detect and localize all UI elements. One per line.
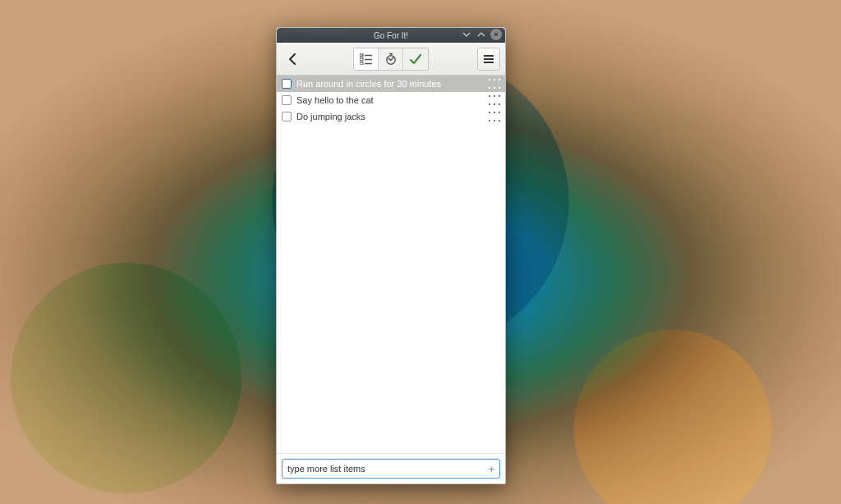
menu-button[interactable] [477, 48, 500, 71]
task-checkbox[interactable] [282, 79, 292, 89]
titlebar[interactable]: Go For It! × [277, 28, 505, 43]
maximize-icon[interactable] [476, 29, 487, 40]
add-task-field[interactable]: + [282, 459, 500, 479]
tab-list[interactable] [354, 48, 379, 70]
check-icon [409, 53, 422, 66]
svg-rect-2 [360, 58, 363, 61]
task-row[interactable]: Run around in circles for 30 minutes [277, 76, 505, 92]
task-row[interactable]: Do jumping jacks [277, 108, 505, 125]
svg-rect-4 [360, 62, 363, 65]
app-window: Go For It! × [276, 27, 506, 484]
task-row[interactable]: Say hello to the cat [277, 92, 505, 108]
add-task-plus-icon[interactable]: + [488, 464, 494, 474]
task-label: Say hello to the cat [296, 95, 484, 105]
tab-timer[interactable] [379, 48, 403, 70]
task-checkbox[interactable] [282, 95, 292, 105]
footer: + [277, 453, 505, 483]
toolbar [277, 43, 505, 76]
view-tabs [353, 48, 429, 71]
drag-handle-icon[interactable] [489, 112, 500, 121]
task-checkbox[interactable] [282, 112, 292, 121]
task-label: Run around in circles for 30 minutes [296, 79, 484, 89]
list-check-icon [360, 53, 373, 65]
tab-done[interactable] [403, 48, 428, 70]
window-controls: × [461, 29, 502, 40]
desktop-wallpaper: Go For It! × [0, 0, 841, 504]
chevron-left-icon [286, 52, 301, 66]
task-list[interactable]: Run around in circles for 30 minutes Say… [277, 76, 505, 453]
back-button[interactable] [282, 48, 305, 71]
drag-handle-icon[interactable] [489, 79, 500, 89]
close-icon[interactable]: × [490, 29, 502, 40]
drag-handle-icon[interactable] [489, 95, 500, 105]
hamburger-icon [483, 54, 494, 64]
task-label: Do jumping jacks [296, 112, 484, 121]
window-title: Go For It! [374, 31, 408, 40]
timer-icon [384, 53, 398, 66]
minimize-icon[interactable] [461, 29, 472, 40]
add-task-input[interactable] [287, 464, 483, 474]
